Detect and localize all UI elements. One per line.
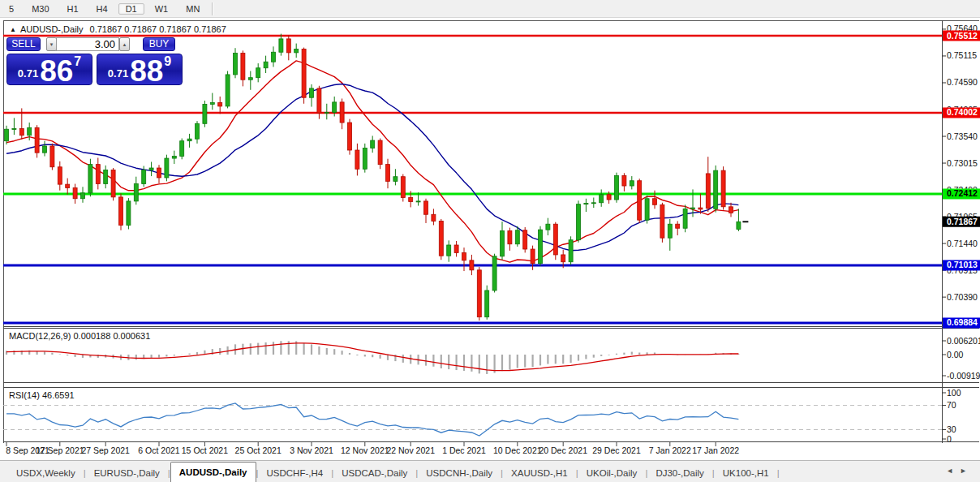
date-axis-label[interactable]: 17 Jan 2022 xyxy=(692,445,739,455)
sell-price-button[interactable]: 0.71867 xyxy=(6,54,92,85)
candle-body xyxy=(226,75,230,106)
candle-body xyxy=(600,195,604,203)
rsi-axis-label: 70 xyxy=(947,400,956,410)
date-axis-label[interactable]: 27 Sep 2021 xyxy=(81,445,130,455)
candle-body xyxy=(127,201,131,226)
chart-tab-usdchf[interactable]: USDCHF-,H4 xyxy=(259,463,332,482)
candle-body xyxy=(386,165,390,182)
date-axis-label[interactable]: 29 Dec 2021 xyxy=(592,445,641,455)
chart-tab-dj30[interactable]: DJ30-,Daily xyxy=(647,463,711,482)
chart-tab-audusd[interactable]: AUDUSD-,Daily xyxy=(170,462,256,482)
chart-tab-ukoil[interactable]: UKOil-,Daily xyxy=(578,463,646,482)
macd-label: MACD(12,26,9) 0.000188 0.000631 xyxy=(9,331,150,341)
candle-body xyxy=(462,252,466,260)
buy-price-big: 88 xyxy=(130,59,163,84)
timeframe-button-mn[interactable]: MN xyxy=(178,3,207,15)
chart-tab-usdcad[interactable]: USDCAD-,Daily xyxy=(333,463,415,482)
tab-separator: | xyxy=(777,463,780,482)
candle-body xyxy=(622,175,626,186)
candle-body xyxy=(531,249,535,264)
candle-body xyxy=(416,201,420,202)
date-axis-label[interactable]: 22 Nov 2021 xyxy=(386,445,435,455)
timeframe-button-m30[interactable]: M30 xyxy=(24,3,56,15)
ohlc-values: 0.71867 0.71867 0.71867 0.71867 xyxy=(90,24,226,34)
rsi-line xyxy=(6,403,738,436)
ma-slow-line xyxy=(6,84,738,251)
candle-body xyxy=(676,224,680,228)
candle-body xyxy=(81,193,85,199)
buy-button[interactable]: BUY xyxy=(143,37,175,51)
date-axis-label[interactable]: 17 Sep 2021 xyxy=(36,445,84,455)
candle-body xyxy=(325,112,329,113)
candle-body xyxy=(653,199,657,205)
chart-tab-usdx[interactable]: USDX,Weekly xyxy=(8,463,84,482)
candle-body xyxy=(454,245,458,252)
date-axis-label[interactable]: 15 Oct 2021 xyxy=(182,445,228,455)
candle-body xyxy=(432,214,436,221)
hline-price-label: 0.71013 xyxy=(947,260,978,269)
candle-body xyxy=(134,184,138,201)
candle-body xyxy=(638,181,642,220)
date-axis-label[interactable]: 1 Dec 2021 xyxy=(442,445,486,455)
candle-body xyxy=(591,203,595,204)
candle-body xyxy=(363,148,367,169)
timeframe-buttons: 5M30H1H4D1W1MN xyxy=(0,1,208,16)
candle-body xyxy=(157,168,161,178)
timeframe-button-h1[interactable]: H1 xyxy=(60,3,86,15)
date-axis-label[interactable]: 7 Jan 2022 xyxy=(649,445,691,455)
candle-body xyxy=(660,204,664,238)
volume-increase-button[interactable]: ▲ xyxy=(119,37,130,51)
candle-body xyxy=(401,177,405,198)
chart-tab-eurusd[interactable]: EURUSD-,Daily xyxy=(86,463,168,482)
candle-body xyxy=(393,177,398,182)
hline-price-label: 0.72412 xyxy=(947,188,978,198)
candle-body xyxy=(58,167,62,184)
hline-price-label: 0.75512 xyxy=(947,31,978,41)
date-axis-label[interactable]: 6 Oct 2021 xyxy=(138,445,180,455)
candle-body xyxy=(737,222,741,229)
date-axis-label[interactable]: 3 Nov 2021 xyxy=(290,445,333,455)
candle-body xyxy=(515,230,519,244)
price-axis-label: 0.70390 xyxy=(947,292,978,302)
timeframe-button-d1[interactable]: D1 xyxy=(118,3,144,15)
candle-body xyxy=(73,188,77,199)
date-axis-label[interactable]: 20 Dec 2021 xyxy=(539,445,587,455)
candle-body xyxy=(501,230,505,256)
volume-input[interactable] xyxy=(56,37,119,51)
candle-body xyxy=(348,123,352,150)
candle-body xyxy=(447,245,451,256)
candle-body xyxy=(645,199,649,220)
timeframe-button-w1[interactable]: W1 xyxy=(148,3,176,15)
date-axis-label[interactable]: 12 Nov 2021 xyxy=(341,445,389,455)
candle-body xyxy=(264,62,268,68)
timeframe-button-h4[interactable]: H4 xyxy=(89,3,115,15)
candle-body xyxy=(104,170,108,184)
tab-scroll-arrows[interactable]: ◄► xyxy=(946,467,974,475)
date-axis-label[interactable]: 25 Oct 2021 xyxy=(235,445,282,455)
chart-tab-usdcnh[interactable]: USDCNH-,Daily xyxy=(418,463,501,482)
chart-tab-xauusd[interactable]: XAUUSD-,H1 xyxy=(503,463,576,482)
chart-tab-uk100[interactable]: UK100-,H1 xyxy=(715,463,777,482)
date-axis-label[interactable]: 10 Dec 2021 xyxy=(493,445,542,455)
sell-button[interactable]: SELL xyxy=(6,37,41,51)
candle-body xyxy=(485,290,489,317)
chart-tabs: USDX,Weekly|EURUSD-,Daily|AUDUSD-,Daily|… xyxy=(8,462,780,482)
rsi-axis-label: 30 xyxy=(947,424,956,434)
candle-body xyxy=(477,270,481,317)
candle-body xyxy=(88,165,92,193)
timeframe-toolbar: 5M30H1H4D1W1MN xyxy=(0,0,980,18)
candle-body xyxy=(12,129,16,130)
rsi-axis-label: 100 xyxy=(947,388,961,398)
candle-body xyxy=(196,123,200,139)
macd-axis-label: 0.00 xyxy=(947,350,964,359)
candle-body xyxy=(5,129,9,140)
hline-price-label: 0.74002 xyxy=(947,107,978,117)
candle-body xyxy=(409,197,413,201)
rsi-axis-label: 0 xyxy=(947,434,952,444)
candle-body xyxy=(607,195,611,200)
timeframe-button-5[interactable]: 5 xyxy=(2,3,21,15)
candle-body xyxy=(256,68,260,78)
buy-price-button[interactable]: 0.71889 xyxy=(97,54,183,85)
collapse-triangle-icon[interactable]: ▲ xyxy=(10,26,16,33)
candle-body xyxy=(721,170,725,207)
